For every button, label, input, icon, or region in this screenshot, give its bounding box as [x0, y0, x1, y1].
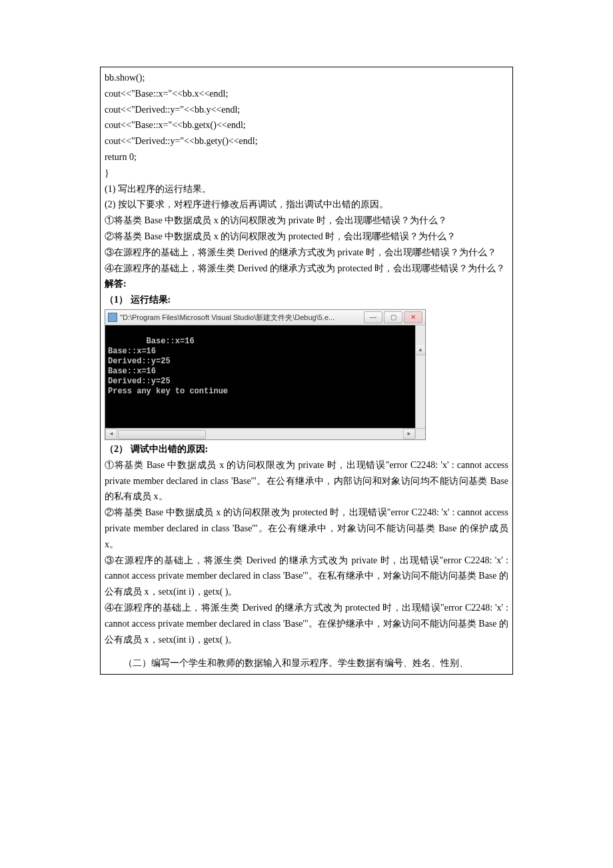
- answer-2: ②将基类 Base 中数据成员 x 的访问权限改为 protected 时，出现…: [105, 505, 508, 552]
- code-line: cout<<"Derived::y="<<bb.y<<endl;: [105, 102, 508, 118]
- console-window: "D:\Program Files\Microsoft Visual Studi…: [105, 309, 426, 440]
- code-line: cout<<"Base::x="<<bb.getx()<<endl;: [105, 117, 508, 133]
- document-frame: bb.show(); cout<<"Base::x="<<bb.x<<endl;…: [100, 67, 513, 675]
- scroll-thumb[interactable]: [118, 430, 206, 439]
- spacer: [105, 647, 508, 655]
- code-line: cout<<"Base::x="<<bb.x<<endl;: [105, 86, 508, 102]
- answer-4: ④在源程序的基础上，将派生类 Derived 的继承方式改为 protected…: [105, 600, 508, 647]
- scroll-right-icon[interactable]: ►: [403, 429, 415, 439]
- code-line: }: [105, 165, 508, 181]
- question-2b: ②将基类 Base 中数据成员 x 的访问权限改为 protected 时，会出…: [105, 229, 508, 245]
- minimize-button[interactable]: —: [364, 311, 382, 323]
- question-2d: ④在源程序的基础上，将派生类 Derived 的继承方式改为 protected…: [105, 261, 508, 277]
- window-buttons: — ▢ ✕: [364, 311, 422, 323]
- horizontal-scrollbar[interactable]: ◄ ►: [105, 428, 425, 439]
- question-1: (1) 写出程序的运行结果。: [105, 181, 508, 197]
- scroll-corner: [415, 429, 425, 439]
- close-button[interactable]: ✕: [404, 311, 422, 323]
- code-line: bb.show();: [105, 70, 508, 86]
- console-titlebar: "D:\Program Files\Microsoft Visual Studi…: [105, 310, 425, 325]
- console-text: Base::x=16 Base::x=16 Derived::y=25 Base…: [108, 337, 228, 396]
- page: bb.show(); cout<<"Base::x="<<bb.x<<endl;…: [0, 0, 613, 868]
- answer-header: 解答:: [105, 276, 508, 292]
- scroll-left-icon[interactable]: ◄: [105, 429, 117, 439]
- scroll-up-icon[interactable]: ▲: [416, 345, 425, 355]
- answer-1: ①将基类 Base 中数据成员 x 的访问权限改为 private 时，出现错误…: [105, 457, 508, 505]
- question-2c: ③在源程序的基础上，将派生类 Derived 的继承方式改为 private 时…: [105, 245, 508, 261]
- vertical-scrollbar[interactable]: ▲: [415, 325, 425, 428]
- scroll-track[interactable]: [117, 429, 403, 439]
- next-section: （二）编写一个学生和教师的数据输入和显示程序。学生数据有编号、姓名、性别、: [105, 655, 508, 671]
- question-2a: ①将基类 Base 中数据成员 x 的访问权限改为 private 时，会出现哪…: [105, 213, 508, 229]
- part2-label: （2） 调试中出错的原因:: [105, 441, 508, 457]
- code-line: return 0;: [105, 149, 508, 165]
- part1-label: （1） 运行结果:: [105, 292, 508, 308]
- console-title: "D:\Program Files\Microsoft Visual Studi…: [120, 311, 364, 324]
- maximize-button[interactable]: ▢: [384, 311, 402, 323]
- code-line: cout<<"Derived::y="<<bb.gety()<<endl;: [105, 133, 508, 149]
- app-icon: [108, 313, 117, 322]
- answer-3: ③在源程序的基础上，将派生类 Derived 的继承方式改为 private 时…: [105, 553, 508, 600]
- console-output: Base::x=16 Base::x=16 Derived::y=25 Base…: [105, 325, 425, 428]
- question-2: (2) 按以下要求，对程序进行修改后再调试，指出调试中出错的原因。: [105, 197, 508, 213]
